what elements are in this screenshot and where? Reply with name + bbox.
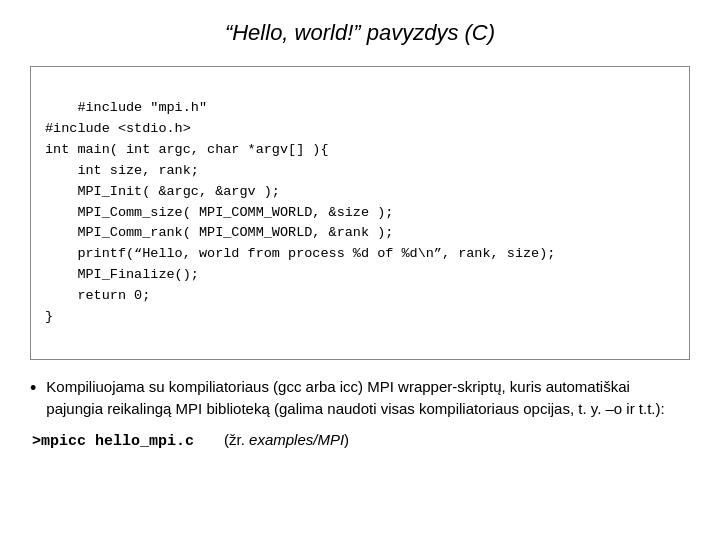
bullet-dot: • xyxy=(30,376,36,401)
bullet-section: • Kompiliuojama su kompiliatoriaus (gcc … xyxy=(30,376,690,450)
command-prefix: > xyxy=(32,433,41,450)
page-title: “Hello, world!” pavyzdys (C) xyxy=(30,20,690,46)
code-content: #include "mpi.h" #include <stdio.h> int … xyxy=(45,100,555,324)
command-note-italic: examples/MPI xyxy=(249,431,344,448)
bullet-item: • Kompiliuojama su kompiliatoriaus (gcc … xyxy=(30,376,690,421)
command-cmd: mpicc hello_mpi.c xyxy=(41,433,194,450)
command-note: (žr. examples/MPI) xyxy=(224,431,349,448)
bullet-text: Kompiliuojama su kompiliatoriaus (gcc ar… xyxy=(46,376,690,421)
command-line: >mpicc hello_mpi.c (žr. examples/MPI) xyxy=(30,431,690,450)
command-text: >mpicc hello_mpi.c xyxy=(32,431,194,450)
page: “Hello, world!” pavyzdys (C) #include "m… xyxy=(0,0,720,540)
code-block: #include "mpi.h" #include <stdio.h> int … xyxy=(30,66,690,360)
